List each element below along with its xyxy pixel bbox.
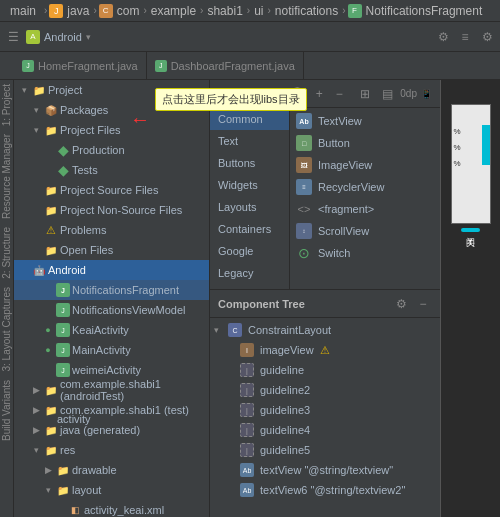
tree-android-test[interactable]: ▶ 📁 com.example.shabi1 (androidTest) [14,380,209,400]
palette-cat-containers[interactable]: Containers [210,218,289,240]
fragment-widget-icon: <> [296,201,312,217]
tree-test[interactable]: ▶ 📁 com.example.shabi1 (test) [14,400,209,420]
palette-item-recyclerview[interactable]: ≡ RecyclerView [292,176,438,198]
palette-cat-widgets[interactable]: Widgets [210,174,289,196]
tree-layout[interactable]: ▾ 📁 layout [14,480,209,500]
menu-main[interactable]: main [4,2,42,20]
comp-imageview[interactable]: I imageView ⚠ [210,340,440,360]
menu-com[interactable]: com [115,4,142,18]
tree-label-source-files: Project Source Files [60,184,158,196]
tree-source-files[interactable]: 📁 Project Source Files [14,180,209,200]
folder-icon-openfiles: 📁 [44,243,58,257]
palette-minus-icon[interactable]: − [330,85,348,103]
tree-java-generated[interactable]: ▶ 📁 java (generated) [14,420,209,440]
palette-item-button[interactable]: □ Button [292,132,438,154]
sidebar-toggle[interactable]: ☰ [4,28,22,46]
comp-textview6[interactable]: Ab textView6 "@string/textview2" [210,480,440,500]
project-panel-label[interactable]: 1: Project [0,80,13,130]
resource-manager-label[interactable]: Resource Manager [0,130,13,223]
tab-home-fragment[interactable]: J HomeFragment.java [14,52,147,79]
button-widget-icon: □ [296,135,312,151]
folder-icon-res: 📁 [44,443,58,457]
comp-constraint-layout[interactable]: ▾ C ConstraintLayout [210,320,440,340]
tree-drawable[interactable]: ▶ 📁 drawable [14,460,209,480]
component-settings-icon[interactable]: ⚙ [392,295,410,313]
tree-non-source-files[interactable]: 📁 Project Non-Source Files [14,200,209,220]
tree-keai-activity[interactable]: ● J KeaiActivity [14,320,209,340]
menu-java[interactable]: java [65,4,91,18]
palette-cat-google[interactable]: Google [210,240,289,262]
palette-content: Common Text Buttons Widgets Layouts Cont… [210,108,440,289]
java-file-icon: J [22,60,34,72]
palette-label-button: Button [318,137,350,149]
build-variants-label[interactable]: Build Variants [0,376,13,445]
odp-label: 0dp [400,88,417,99]
comp-guideline5[interactable]: | guideline5 [210,440,440,460]
palette-cat-text[interactable]: Text [210,130,289,152]
palette-cat-common[interactable]: Common [210,108,289,130]
palette-item-fragment[interactable]: <> <fragment> [292,198,438,220]
structure-label[interactable]: 2: Structure [0,223,13,283]
palette-item-textview[interactable]: Ab TextView [292,110,438,132]
tree-weimei-activity[interactable]: J weimeiActivity [14,360,209,380]
tree-label-notifications-fragment: NotificationsFragment [72,284,179,296]
warning-badge-imageview: ⚠ [320,344,330,357]
layout-icon[interactable]: ≡ [456,28,474,46]
textview6-comp-icon: Ab [240,483,254,497]
palette-cat-buttons[interactable]: Buttons [210,152,289,174]
textview-widget-icon: Ab [296,113,312,129]
java-icon-keai: J [56,323,70,337]
settings-icon[interactable]: ⚙ [478,28,496,46]
palette-preview-icon[interactable]: ⊞ [356,85,374,103]
component-minus-icon[interactable]: − [414,295,432,313]
comp-guideline[interactable]: | guideline [210,360,440,380]
menu-shabi1[interactable]: shabi1 [205,4,244,18]
close-label[interactable]: 关闭 [461,228,480,232]
tree-label-res: res [60,444,75,456]
tree-res[interactable]: ▾ 📁 res [14,440,209,460]
textview-comp-icon: Ab [240,463,254,477]
tree-label-notifications-vm: NotificationsViewModel [72,304,186,316]
tree-android[interactable]: 🤖 Android [14,260,209,280]
tree-arrow-androidtest: ▶ [30,385,42,395]
layout-captures-label[interactable]: 3: Layout Captures [0,283,13,376]
switch-widget-icon: ⊙ [296,245,312,261]
sync-icon[interactable]: ⚙ [434,28,452,46]
tree-production[interactable]: ◆ Production [14,140,209,160]
palette-item-scrollview[interactable]: ↕ ScrollView [292,220,438,242]
palette-item-switch[interactable]: ⊙ Switch [292,242,438,264]
tree-notifications-fragment[interactable]: J NotificationsFragment [14,280,209,300]
tree-open-files[interactable]: 📁 Open Files [14,240,209,260]
menu-ui[interactable]: ui [252,4,265,18]
menu-fragment[interactable]: NotificationsFragment [364,4,485,18]
palette-add-icon[interactable]: + [310,85,328,103]
palette-cat-legacy[interactable]: Legacy [210,262,289,284]
comp-guideline4[interactable]: | guideline4 [210,420,440,440]
canvas-accent-bar [482,125,490,165]
tree-arrow-javagenerated: ▶ [30,425,42,435]
tree-project-files[interactable]: ▾ 📁 Project Files [14,120,209,140]
palette-categories: Common Text Buttons Widgets Layouts Cont… [210,108,290,289]
comp-guideline2[interactable]: | guideline2 [210,380,440,400]
java-icon: J [49,4,63,18]
tree-activity-keai[interactable]: ◧ activity_keai.xml [14,500,209,517]
tree-label-project: Project [48,84,82,96]
tab-dashboard-fragment[interactable]: J DashboardFragment.java [147,52,304,79]
tree-tests[interactable]: ◆ Tests [14,160,209,180]
tree-notifications-viewmodel[interactable]: J NotificationsViewModel [14,300,209,320]
palette-view-icon[interactable]: ▤ [378,85,396,103]
comp-label-constraint: ConstraintLayout [248,324,331,336]
tree-label-keai: KeaiActivity [72,324,129,336]
tree-arrow-test: ▶ [30,405,42,415]
comp-guideline3[interactable]: | guideline3 [210,400,440,420]
menu-example[interactable]: example [149,4,198,18]
comp-label-guideline4: guideline4 [260,424,310,436]
tree-label-android-test: com.example.shabi1 (androidTest) [60,378,209,402]
tree-main-activity[interactable]: ● J MainActivity [14,340,209,360]
tree-problems[interactable]: ⚠ Problems [14,220,209,240]
folder-icon-project: 📁 [32,83,46,97]
palette-item-imageview[interactable]: 🖼 ImageView [292,154,438,176]
comp-textview[interactable]: Ab textView "@string/textview" [210,460,440,480]
menu-notifications[interactable]: notifications [273,4,340,18]
palette-cat-layouts[interactable]: Layouts [210,196,289,218]
